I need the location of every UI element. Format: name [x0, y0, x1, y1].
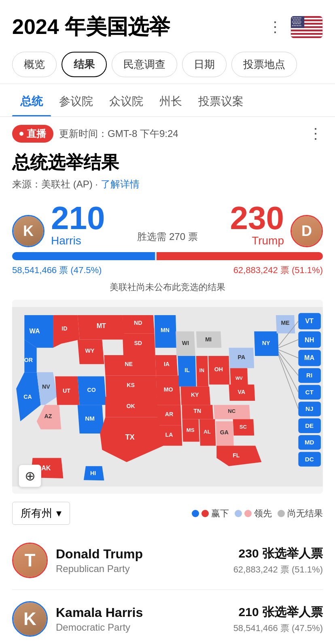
state-filter-button[interactable]: 所有州 ▾: [12, 502, 70, 525]
svg-text:NE: NE: [125, 361, 133, 367]
svg-rect-12: [291, 36, 322, 38]
tabs-nav-2: 总统 参议院 众议院 州长 投票议案: [0, 84, 335, 117]
legend-blue-light-dot: [235, 510, 242, 517]
tab-senate[interactable]: 参议院: [51, 84, 101, 116]
svg-text:NC: NC: [228, 408, 235, 414]
svg-text:SD: SD: [134, 340, 142, 346]
trump-info: Donald Trump Republican Party: [56, 547, 225, 575]
harris-avatar: K: [12, 215, 45, 247]
svg-text:MO: MO: [164, 386, 173, 393]
svg-text:WV: WV: [235, 376, 243, 381]
tab-ballot[interactable]: 投票议案: [190, 84, 252, 116]
svg-text:IL: IL: [184, 367, 190, 373]
source-link[interactable]: 了解详情: [101, 179, 140, 189]
trump-score: 230 Trump: [230, 202, 284, 247]
trump-avatar: D: [290, 215, 323, 247]
live-time: 更新时间：GMT-8 下午9:24: [59, 127, 178, 140]
svg-text:GA: GA: [220, 429, 229, 436]
svg-rect-7: [291, 28, 322, 29]
filter-row: 所有州 ▾ 赢下 领先 尚无结果: [0, 494, 335, 531]
svg-text:ID: ID: [61, 325, 67, 332]
tab-dates[interactable]: 日期: [182, 52, 227, 77]
trump-label: Trump: [230, 234, 284, 247]
header-more-icon[interactable]: ⋮: [268, 19, 282, 36]
svg-text:WI: WI: [182, 340, 189, 346]
dropdown-icon: ▾: [56, 507, 61, 520]
harris-results: 210 张选举人票 58,541,466 票 (47.5%): [233, 604, 323, 634]
legend-blue-dot: [192, 510, 199, 517]
svg-text:AZ: AZ: [45, 413, 52, 419]
map-zoom-button[interactable]: ⊕: [19, 465, 41, 487]
tab-governor[interactable]: 州长: [151, 84, 190, 116]
harris-party: Democratic Party: [56, 622, 225, 633]
svg-text:AR: AR: [165, 411, 173, 418]
harris-electoral: 210 张选举人票: [233, 604, 323, 621]
svg-text:OK: OK: [126, 403, 135, 409]
legend-red-light-dot: [244, 510, 252, 517]
trump-score-section: D 230 Trump: [230, 202, 323, 247]
svg-text:DE: DE: [305, 422, 314, 429]
harris-name: Kamala Harris: [56, 605, 225, 620]
us-map[interactable]: WA OR CA NV AZ ID MT WY: [12, 300, 323, 494]
svg-text:DC: DC: [305, 456, 314, 463]
svg-text:NM: NM: [85, 415, 95, 422]
filter-label: 所有州: [21, 506, 52, 520]
svg-text:TN: TN: [193, 408, 201, 414]
svg-text:VT: VT: [305, 317, 314, 324]
tab-results[interactable]: 结果: [61, 52, 107, 77]
live-dot: [19, 132, 23, 136]
bar-divider: [155, 252, 157, 260]
trump-vote-count: 62,883,242 票 (51.1%): [233, 264, 323, 276]
threshold-label: 胜选需 270 票: [105, 230, 230, 247]
svg-text:AL: AL: [204, 429, 211, 435]
legend-no-result: 尚无结果: [278, 507, 323, 520]
tab-polls[interactable]: 民意调查: [112, 52, 177, 77]
harris-vote-total: 58,541,466 票 (47.5%): [233, 622, 323, 634]
tab-house[interactable]: 众议院: [101, 84, 151, 116]
svg-text:MS: MS: [187, 427, 195, 433]
svg-rect-8: [291, 29, 322, 31]
svg-text:RI: RI: [306, 372, 312, 379]
section-title: 总统选举结果: [12, 151, 323, 175]
header: 2024 年美国选举 ⋮: [0, 0, 335, 48]
svg-text:LA: LA: [165, 431, 173, 438]
svg-text:MT: MT: [97, 322, 106, 329]
svg-text:MD: MD: [305, 439, 314, 446]
tab-overview[interactable]: 概览: [12, 52, 57, 77]
harris-bar: [12, 252, 155, 260]
harris-electoral-num: 210: [51, 202, 105, 234]
svg-text:CT: CT: [305, 389, 314, 396]
tab-president[interactable]: 总统: [12, 84, 51, 116]
svg-text:UT: UT: [63, 387, 70, 394]
map-svg: WA OR CA NV AZ ID MT WY: [12, 300, 323, 494]
svg-text:ND: ND: [134, 320, 142, 326]
harris-vote-count: 58,541,466 票 (47.5%): [12, 264, 102, 276]
svg-text:MN: MN: [161, 327, 170, 333]
svg-rect-11: [291, 35, 322, 36]
harris-label: Harris: [51, 234, 105, 247]
ap-note: 美联社尚未公布此竞选的结果: [12, 281, 323, 293]
svg-text:NV: NV: [42, 383, 50, 390]
trump-bar: [157, 252, 323, 260]
live-more-icon[interactable]: ⋮: [308, 125, 323, 142]
trump-electoral: 230 张选举人票: [233, 545, 323, 562]
svg-text:NY: NY: [262, 340, 270, 346]
zoom-icon: ⊕: [25, 468, 36, 484]
legend-gray-dot: [278, 510, 285, 517]
candidates-row: K 210 Harris 胜选需 270 票 D 230 Trump: [12, 202, 323, 247]
candidate-item-harris[interactable]: K Kamala Harris Democratic Party 210 张选举…: [12, 590, 323, 644]
svg-text:WA: WA: [30, 327, 40, 335]
harris-score: 210 Harris: [51, 202, 105, 247]
candidate-item-trump[interactable]: T Donald Trump Republican Party 230 张选举人…: [12, 531, 323, 590]
harris-info: Kamala Harris Democratic Party: [56, 605, 225, 633]
svg-text:NH: NH: [305, 336, 314, 343]
legend-win: 赢下: [192, 507, 229, 520]
svg-text:OH: OH: [214, 366, 223, 373]
us-flag-icon: ★★★★★★ ★★★★★ ★★★★★★ ★★★★★ ★★★★★★: [290, 16, 323, 38]
svg-text:PA: PA: [238, 354, 246, 360]
page-container: 2024 年美国选举 ⋮: [0, 0, 335, 644]
candidate-list: T Donald Trump Republican Party 230 张选举人…: [0, 531, 335, 644]
legend-no-result-label: 尚无结果: [287, 507, 323, 520]
trump-vote-total: 62,883,242 票 (51.1%): [233, 564, 323, 576]
tab-voting-locations[interactable]: 投票地点: [231, 52, 297, 77]
